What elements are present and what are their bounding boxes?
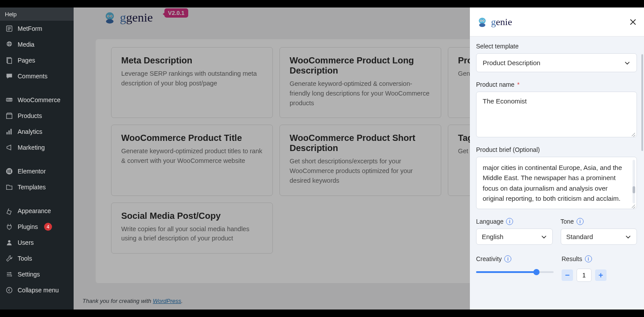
sidebar-item-label: Tools [18, 255, 32, 262]
sidebar-item-label: Comments [18, 73, 48, 80]
sidebar-item-elementor[interactable]: Elementor [0, 163, 74, 179]
main-area: ggenie V2.0.1 Meta DescriptionLeverage S… [74, 7, 470, 310]
tools-icon [5, 254, 13, 262]
sidebar-item-collapse-menu[interactable]: Collapse menu [0, 282, 74, 298]
template-card[interactable]: WooCommerce Product Short DescriptionGet… [279, 125, 441, 195]
card-description: Write copies for all your social media h… [121, 225, 263, 244]
card-description: Gen topi [458, 69, 470, 79]
card-description: Leverage SERP rankings with outstanding … [121, 69, 263, 88]
appearance-icon [5, 207, 13, 215]
results-stepper: − 1 + [562, 269, 637, 282]
decrement-button[interactable]: − [562, 269, 573, 281]
drawer-scrollbar-thumb[interactable] [641, 54, 643, 151]
svg-rect-8 [8, 130, 10, 134]
slider-thumb[interactable] [533, 269, 540, 275]
close-icon[interactable] [629, 18, 637, 26]
sidebar-item-comments[interactable]: Comments [0, 68, 74, 84]
resize-handle-icon[interactable] [631, 203, 636, 208]
card-description: Generate keyword-optimized product title… [121, 147, 263, 166]
tone-value: Standard [566, 233, 593, 240]
sidebar-item-label: Products [18, 112, 42, 119]
svg-point-15 [8, 240, 10, 243]
tone-label: Tone i [561, 218, 637, 225]
footer-credit: Thank you for creating with WordPress. [82, 298, 183, 304]
svg-point-26 [479, 18, 485, 24]
svg-point-24 [108, 15, 108, 16]
template-select-value: Product Description [483, 59, 540, 66]
template-card[interactable]: Social Media Post/CopyWrite copies for a… [111, 203, 273, 254]
card-description: Get proc [458, 147, 470, 156]
sidebar-item-media[interactable]: Media [0, 37, 74, 52]
sidebar-item-settings[interactable]: Settings [0, 266, 74, 282]
svg-text:Woo: Woo [6, 98, 12, 101]
sidebar-item-label: MetForm [18, 25, 42, 32]
sidebar-item-plugins[interactable]: Plugins4 [0, 219, 74, 235]
template-select[interactable]: Product Description [476, 53, 637, 72]
svg-point-27 [479, 23, 485, 26]
chevron-down-icon [541, 234, 547, 240]
sidebar-item-label: Templates [18, 184, 46, 191]
help-label: Help [5, 11, 17, 18]
templates-icon [5, 183, 13, 191]
sidebar-item-pages[interactable]: Pages [0, 52, 74, 68]
language-value: English [482, 233, 503, 240]
results-value[interactable]: 1 [577, 269, 592, 282]
version-badge: V2.0.1 [164, 8, 188, 18]
elementor-icon [5, 167, 13, 175]
sidebar-item-label: WooCommerce [18, 96, 60, 103]
template-card[interactable]: WooCommerce Product TitleGenerate keywor… [111, 125, 273, 195]
admin-sidebar: MetFormMediaPagesCommentsWooWooCommerceP… [0, 21, 74, 310]
svg-point-19 [7, 288, 12, 293]
resize-handle-icon[interactable] [631, 132, 636, 136]
genie-logo-icon [476, 16, 488, 28]
card-title: WooCommerce Product Title [121, 133, 263, 143]
genie-drawer: genie Select template Product Descriptio… [470, 7, 644, 310]
logo-text: ggenie [120, 11, 153, 25]
sidebar-item-templates[interactable]: Templates [0, 179, 74, 195]
template-card[interactable]: TagGet proc [448, 125, 470, 195]
sidebar-item-label: Marketing [18, 144, 45, 151]
info-icon[interactable]: i [585, 255, 592, 262]
sidebar-item-products[interactable]: Products [0, 108, 74, 124]
template-card[interactable]: WooCommerce Product Long DescriptionGene… [279, 47, 441, 118]
plugins-icon [5, 223, 13, 231]
update-count-badge: 4 [44, 223, 52, 231]
comments-icon [5, 72, 13, 80]
sidebar-item-users[interactable]: Users [0, 235, 74, 251]
svg-point-1 [7, 42, 11, 46]
product-brief-input[interactable]: major cities in continental Europe, Asia… [476, 157, 637, 209]
svg-rect-9 [11, 129, 12, 135]
language-select[interactable]: English [476, 229, 553, 245]
svg-rect-7 [7, 132, 8, 134]
sidebar-item-metform[interactable]: MetForm [0, 21, 74, 37]
info-icon[interactable]: i [504, 255, 511, 262]
product-brief-label: Product brief (Optional) [476, 146, 637, 153]
svg-rect-11 [7, 170, 8, 173]
scrollbar-track [633, 160, 635, 203]
svg-rect-6 [7, 114, 12, 118]
product-name-input[interactable]: The Economist [476, 92, 637, 137]
creativity-slider[interactable] [476, 271, 554, 273]
wordpress-link[interactable]: WordPress [153, 298, 181, 304]
template-cards-grid: Meta DescriptionLeverage SERP rankings w… [111, 47, 470, 254]
tone-select[interactable]: Standard [561, 229, 637, 245]
increment-button[interactable]: + [595, 269, 607, 281]
svg-rect-14 [9, 172, 11, 173]
info-icon[interactable]: i [506, 218, 513, 225]
analytics-icon [5, 128, 13, 136]
svg-rect-13 [9, 171, 11, 172]
sidebar-item-analytics[interactable]: Analytics [0, 124, 74, 140]
genie-logo-icon [102, 10, 117, 25]
sidebar-item-tools[interactable]: Tools [0, 251, 74, 266]
sidebar-item-woocommerce[interactable]: WooWooCommerce [0, 92, 74, 108]
svg-point-20 [106, 12, 114, 20]
info-icon[interactable]: i [577, 218, 584, 225]
product-name-value: The Economist [483, 97, 527, 105]
template-card[interactable]: Meta DescriptionLeverage SERP rankings w… [111, 47, 273, 118]
help-toggle[interactable]: Help [0, 7, 74, 21]
products-icon [5, 112, 13, 120]
template-card[interactable]: ProGen topi [448, 47, 470, 118]
sidebar-item-marketing[interactable]: Marketing [0, 140, 74, 155]
sidebar-item-appearance[interactable]: Appearance [0, 203, 74, 219]
scrollbar-thumb[interactable] [633, 186, 635, 193]
